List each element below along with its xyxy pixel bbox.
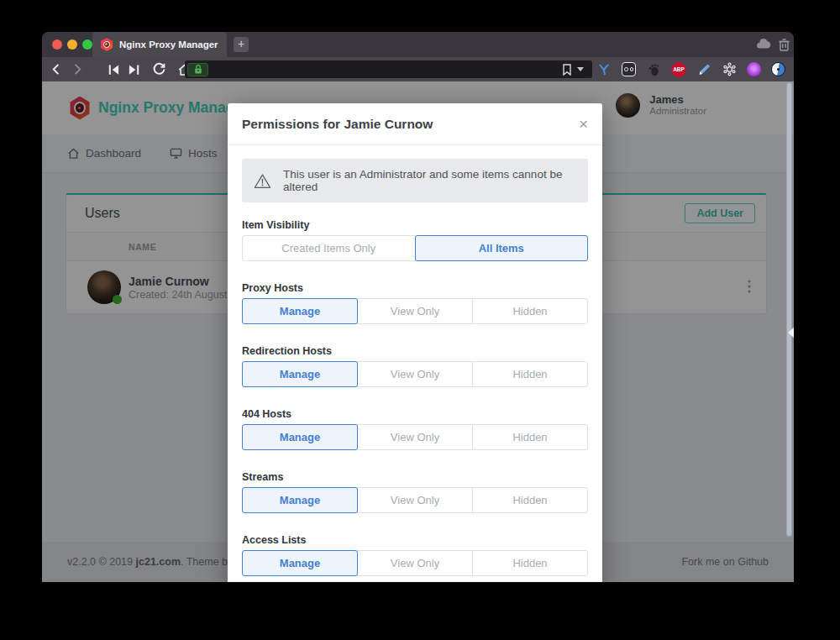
scrollbar-thumb[interactable] [786,82,792,537]
redirection-hosts-section: Redirection Hosts Manage View Only Hidde… [242,345,588,387]
404-hosts-view-only-button[interactable]: View Only [357,424,473,450]
back-button[interactable] [46,60,66,80]
404-hosts-manage-button[interactable]: Manage [242,424,358,450]
ext-gauge-icon[interactable] [771,62,785,76]
tab-title: Nginx Proxy Manager [119,39,218,50]
permissions-modal: Permissions for Jamie Curnow × This user… [228,103,602,582]
window-close-button[interactable] [52,39,62,50]
streams-hidden-button[interactable]: Hidden [472,487,588,513]
admin-alert: This user is an Administrator and some i… [242,159,588,202]
skip-to-end-button[interactable] [123,60,144,80]
ext-blue-tool-icon[interactable] [596,62,612,77]
streams-view-only-button[interactable]: View Only [357,487,473,513]
item-visibility-group: Created Items Only All Items [242,235,588,261]
streams-section: Streams Manage View Only Hidden [242,471,588,513]
modal-header: Permissions for Jamie Curnow × [228,103,602,145]
ext-gnome-foot-icon[interactable] [646,62,661,77]
proxy-hosts-hidden-button[interactable]: Hidden [472,298,588,324]
browser-window: Nginx Proxy Manager + [42,32,794,582]
new-tab-button[interactable]: + [234,37,249,52]
edge-arrow-marker [788,328,794,338]
modal-title: Permissions for Jamie Curnow [242,117,433,132]
modal-close-button[interactable]: × [579,116,588,132]
access-lists-view-only-button[interactable]: View Only [357,550,473,576]
https-lock-icon[interactable] [187,63,208,76]
sync-cloud-icon[interactable] [756,38,771,50]
redirection-hosts-manage-button[interactable]: Manage [242,361,358,387]
access-lists-section: Access Lists Manage View Only Hidden [242,534,588,576]
access-lists-manage-button[interactable]: Manage [242,550,358,576]
forward-button[interactable] [66,60,87,80]
extension-icons: ABP [596,59,785,80]
tab-bar: Nginx Proxy Manager + [42,32,794,57]
tab-favicon-npm-icon [100,38,113,51]
trash-icon[interactable] [778,38,790,52]
ext-pen-icon[interactable] [696,62,711,77]
ext-gear-atom-icon[interactable] [722,62,737,77]
browser-toolbar: ABP [42,57,794,81]
modal-body: This user is an Administrator and some i… [228,145,602,582]
visibility-created-only-button[interactable]: Created Items Only [242,235,416,261]
proxy-hosts-view-only-button[interactable]: View Only [357,298,473,324]
proxy-hosts-section: Proxy Hosts Manage View Only Hidden [242,282,588,324]
redirection-hosts-hidden-button[interactable]: Hidden [472,361,588,387]
visibility-all-items-button[interactable]: All Items [415,235,589,261]
bookmark-icon[interactable] [562,64,572,76]
redirection-hosts-view-only-button[interactable]: View Only [357,361,473,387]
address-bar[interactable] [185,60,592,78]
ext-container-icon[interactable] [622,62,636,76]
404-hosts-hidden-button[interactable]: Hidden [472,424,588,450]
ext-adblock-plus-icon[interactable]: ABP [671,62,686,77]
ext-purple-badge-icon[interactable] [747,62,761,76]
admin-alert-text: This user is an Administrator and some i… [283,168,576,193]
warning-triangle-icon [254,173,271,189]
item-visibility-label: Item Visibility [242,219,588,231]
404-hosts-section: 404 Hosts Manage View Only Hidden [242,408,588,450]
bookmark-caret-icon[interactable] [577,67,584,71]
skip-to-start-button[interactable] [103,60,123,80]
proxy-hosts-manage-button[interactable]: Manage [242,298,358,324]
window-zoom-button[interactable] [82,39,92,50]
page-viewport: Nginx Proxy Manager James Administrator … [42,81,794,582]
streams-manage-button[interactable]: Manage [242,487,358,513]
refresh-button[interactable] [149,60,169,80]
access-lists-hidden-button[interactable]: Hidden [472,550,588,576]
window-minimize-button[interactable] [67,39,77,50]
browser-tab[interactable]: Nginx Proxy Manager [92,32,227,57]
